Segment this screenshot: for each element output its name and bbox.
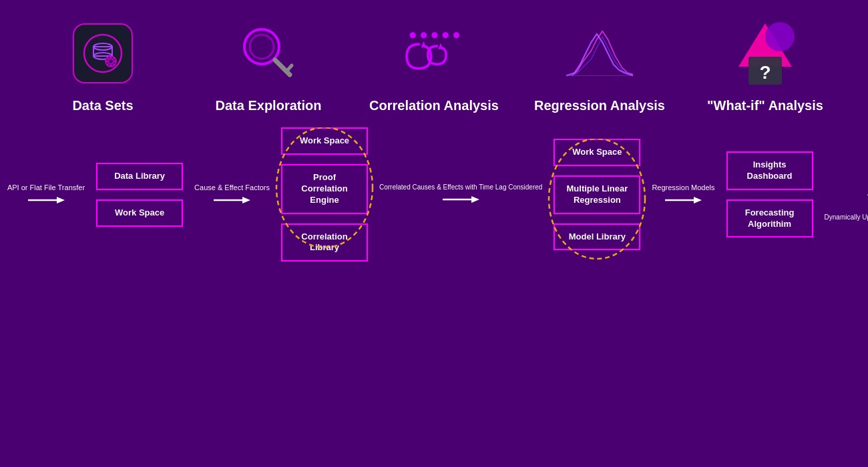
- svg-point-20: [431, 32, 437, 38]
- connector-correlation-regression: Correlated Causes & Effects with Time La…: [368, 183, 554, 206]
- column-header-whatif: ? "What-if" Analysis: [698, 20, 832, 114]
- box-model-library[interactable]: Model Library: [554, 223, 640, 251]
- icon-container-datasets: [69, 20, 136, 87]
- flow-group-correlation: Work Space Proof Correlation Engine Corr…: [281, 127, 368, 262]
- icon-container-whatif: ?: [732, 20, 799, 87]
- svg-point-15: [250, 35, 274, 59]
- box-proof-correlation[interactable]: Proof Correlation Engine: [281, 164, 368, 214]
- svg-marker-31: [57, 197, 65, 203]
- connector-whatif-output: Dynamically Updated Forecasting Models: [813, 167, 868, 221]
- column-header-regression: Regression Analysis: [533, 20, 666, 114]
- connector-exploration-correlation: Cause & Effect Factors: [183, 183, 281, 207]
- column-header-exploration: Data Exploration: [202, 20, 335, 114]
- svg-marker-23: [421, 41, 426, 47]
- label-cause-effect: Cause & Effect Factors: [194, 183, 270, 192]
- flow-group-regression: Work Space Multiple Linear Regression Mo…: [554, 139, 640, 251]
- svg-point-18: [410, 32, 416, 38]
- label-api-transfer: API or Flat File Transfer: [7, 183, 85, 192]
- svg-point-19: [421, 32, 427, 38]
- icon-container-regression: [566, 20, 633, 87]
- box-forecasting-algorithm[interactable]: Forecasting Algorithim: [726, 199, 813, 238]
- svg-marker-24: [438, 43, 443, 49]
- label-correlated-causes: Correlated Causes & Effects with Time La…: [379, 183, 542, 191]
- arrow-right-3: [443, 193, 479, 206]
- flow-group-exploration: Data Library Work Space: [96, 163, 183, 227]
- flow-diagram: Internal Data External Data API or Flat …: [20, 127, 848, 262]
- svg-marker-39: [694, 197, 702, 203]
- col-title-correlation: Correlation Analysis: [369, 97, 499, 114]
- box-data-library[interactable]: Data Library: [96, 163, 183, 190]
- col-title-exploration: Data Exploration: [216, 97, 322, 114]
- question-box-icon: ?: [732, 20, 799, 87]
- column-header-datasets: Data Sets: [36, 20, 170, 114]
- svg-point-28: [765, 22, 795, 51]
- svg-point-22: [453, 32, 459, 38]
- svg-marker-33: [242, 197, 250, 203]
- label-regression-models: Regression Models: [652, 183, 714, 192]
- connector-datasets-exploration: API or Flat File Transfer: [0, 183, 96, 207]
- arrow-right-4: [665, 193, 702, 207]
- column-header-correlation: Correlation Analysis: [367, 20, 501, 114]
- box-workspace-regression[interactable]: Work Space: [554, 139, 640, 166]
- svg-point-21: [443, 32, 449, 38]
- box-workspace-exploration[interactable]: Work Space: [96, 199, 183, 227]
- flow-group-whatif: Insights Dashboard Forecasting Algorithi…: [726, 151, 813, 238]
- chart-peaks-icon: [566, 20, 633, 87]
- swirl-dots-icon: [401, 20, 467, 87]
- box-multiple-linear-regression[interactable]: Multiple Linear Regression: [554, 175, 640, 214]
- box-insights-dashboard[interactable]: Insights Dashboard: [726, 151, 813, 190]
- col-title-datasets: Data Sets: [72, 97, 133, 114]
- main-container: Data Sets Data Exploration: [0, 0, 868, 467]
- arrow-right-1: [28, 193, 65, 207]
- svg-line-17: [286, 65, 292, 71]
- database-gear-icon: [73, 23, 133, 83]
- label-dynamically-updated: Dynamically Updated Forecasting Models: [825, 213, 868, 221]
- col-title-whatif: "What-if" Analysis: [707, 97, 823, 114]
- svg-text:?: ?: [759, 62, 771, 83]
- box-workspace-correlation[interactable]: Work Space: [281, 127, 368, 155]
- top-row: Data Sets Data Exploration: [20, 13, 848, 121]
- icon-container-correlation: [401, 20, 467, 87]
- svg-marker-36: [471, 196, 479, 203]
- connector-regression-whatif: Regression Models: [640, 183, 726, 207]
- arrow-right-2: [214, 193, 250, 207]
- svg-rect-2: [93, 47, 112, 56]
- col-title-regression: Regression Analysis: [534, 97, 665, 114]
- box-correlation-library[interactable]: Correlation Library: [281, 223, 368, 262]
- magnify-icon: [235, 20, 302, 87]
- icon-container-exploration: [235, 20, 302, 87]
